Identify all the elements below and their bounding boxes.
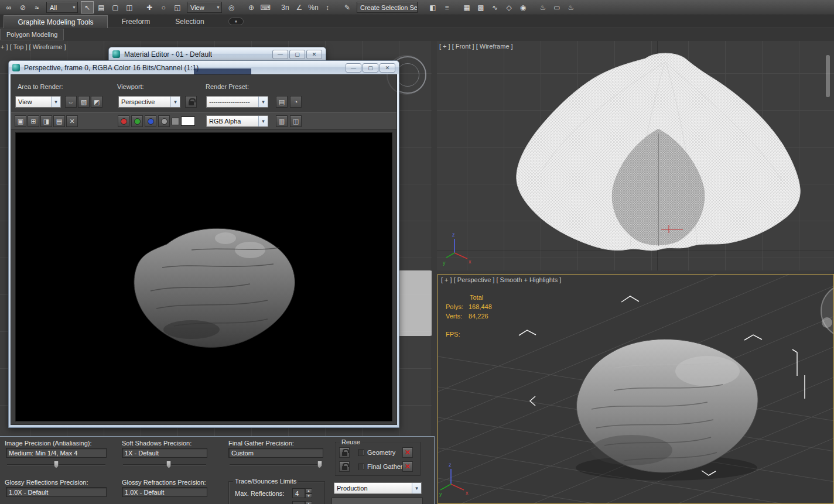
rendered-frame-window-icon[interactable]: ▭ [551,1,563,13]
spinner-down-icon[interactable]: ▼ [305,493,312,499]
print-image-icon[interactable]: ▤ [53,115,65,127]
glossy-reflections-field[interactable]: 1.0X - Default [6,487,107,497]
auto-region-selected-icon[interactable]: ◩ [91,96,102,108]
soft-shadows-slider[interactable] [122,460,207,469]
viewport-perspective[interactable]: z x y [ + ] [ Perspective ] [ Smooth + H… [437,274,834,504]
viewport-label-perspective[interactable]: [ + ] [ Perspective ] [ Smooth + Highlig… [441,276,561,283]
polygon-modeling-panel-tab[interactable]: Polygon Modeling [0,29,64,40]
viewport-splitter-vertical[interactable] [432,41,437,504]
material-editor-maximize-button[interactable]: ▢ [289,50,305,59]
geometry-checkbox[interactable] [358,450,364,456]
soft-shadows-field[interactable]: 1X - Default [122,448,207,458]
final-gather-slider[interactable] [228,460,323,469]
area-to-render-dropdown[interactable]: View [15,96,61,108]
display-channel-dropdown[interactable]: RGB Alpha [206,115,268,127]
lock-viewport-button[interactable] [185,96,197,108]
slider-thumb[interactable] [317,461,322,468]
render-preset-dropdown[interactable]: ------------------- [206,96,268,108]
render-button-partial[interactable] [331,498,423,504]
pan-region-icon[interactable]: ⇔ [65,96,77,108]
slider-thumb[interactable] [166,461,172,468]
material-editor-titlebar[interactable]: Material Editor - 01 - Default — ▢ ✕ [109,47,326,61]
render-production-icon[interactable]: ♨ [565,1,577,13]
rendered-image-area[interactable] [15,132,392,421]
max-reflections-spinner[interactable]: 4 ▲▼ [292,488,312,498]
viewport-label-top[interactable]: [ + ] [ Top ] [ Wireframe ] [0,43,66,50]
save-image-icon[interactable]: ▣ [15,115,26,127]
red-channel-button[interactable] [118,115,129,127]
image-precision-slider[interactable] [6,460,107,469]
spinner-snap-icon[interactable]: ↕ [321,1,334,13]
select-and-scale-icon[interactable]: ◱ [171,1,184,13]
clear-geometry-button[interactable]: ✕ [402,447,413,458]
render-setup-icon[interactable]: ♨ [536,1,549,13]
edit-region-icon[interactable]: ▧ [78,96,90,108]
viewport-front[interactable]: [ + ] [ Front ] [ Wireframe ] z x y [437,41,834,270]
mirror-icon[interactable]: ◧ [426,1,439,13]
rendered-frame-minimize-button[interactable]: — [346,63,361,73]
lock-final-gather-button[interactable] [339,461,350,472]
graphite-ribbon-toggle-icon[interactable]: ▩ [474,1,487,13]
copy-image-icon[interactable]: ⊞ [28,115,39,127]
material-editor-icon[interactable]: ◉ [517,1,529,13]
clone-rendered-frame-icon[interactable]: ◨ [40,115,52,127]
render-mode-dropdown[interactable]: Production [334,482,422,494]
green-channel-button[interactable] [131,115,143,127]
select-object-icon[interactable]: ↖ [81,1,94,13]
rendered-frame-titlebar[interactable]: Perspective, frame 0, RGBA Color 16 Bits… [9,61,399,74]
percent-snap-icon[interactable]: %n [307,1,320,13]
rendered-frame-close-button[interactable]: ✕ [380,63,395,73]
angle-snap-icon[interactable]: ∠ [293,1,306,13]
snap-toggle-3d-icon[interactable]: 3n [279,1,292,13]
alpha-channel-button[interactable] [172,118,179,125]
material-editor-minimize-button[interactable]: — [272,50,288,59]
align-icon[interactable]: ≡ [440,1,453,13]
max-reflections-value[interactable]: 4 [292,488,305,498]
channel-layout-icon[interactable]: ▥ [276,115,288,127]
viewport-dropdown[interactable]: Perspective [118,96,180,108]
ribbon-tab-freeform[interactable]: Freeform [116,15,156,28]
ribbon-minimize-button[interactable]: ● [228,18,244,25]
rendered-frame-maximize-button[interactable]: ▢ [363,63,378,73]
ribbon-tab-graphite[interactable]: Graphite Modeling Tools [4,15,108,28]
selection-filter-dropdown[interactable]: All▼ [46,2,78,13]
glossy-refractions-field[interactable]: 1.0X - Default [122,487,207,497]
material-editor-close-button[interactable]: ✕ [306,50,322,59]
max-refractions-spinner[interactable]: 6 ▲▼ [292,501,312,504]
select-and-manipulate-icon[interactable]: ⊕ [245,1,258,13]
split-channels-icon[interactable]: ◫ [290,115,302,127]
slider-thumb[interactable] [54,461,59,468]
ribbon-tab-selection[interactable]: Selection [166,15,213,28]
blue-channel-button[interactable] [145,115,156,127]
clear-rendered-frame-icon[interactable]: ✕ [66,115,78,127]
curve-editor-icon[interactable]: ∿ [488,1,501,13]
window-crossing-toggle-icon[interactable]: ◫ [123,1,136,13]
layer-manager-icon[interactable]: ▦ [460,1,473,13]
environment-effects-icon[interactable]: ◔ [290,96,302,108]
rock-model[interactable] [577,339,758,472]
keyboard-override-icon[interactable]: ⌨ [259,1,272,13]
clear-final-gather-button[interactable]: ✕ [402,461,413,472]
bind-to-space-warp-icon[interactable]: ≈ [30,1,43,13]
unlink-selection-icon[interactable]: ⊘ [16,1,29,13]
final-gather-field[interactable]: Custom [228,448,323,458]
lock-geometry-button[interactable] [339,447,350,458]
final-gather-checkbox[interactable] [358,464,364,470]
viewport-label-front[interactable]: [ + ] [ Front ] [ Wireframe ] [439,43,513,50]
monochrome-channel-button[interactable] [158,115,170,127]
edit-named-sets-icon[interactable]: ✎ [341,1,354,13]
reference-coordinate-dropdown[interactable]: View▼ [187,2,222,13]
max-refractions-value[interactable]: 6 [292,501,305,504]
render-setup-dialog-icon[interactable]: ▤ [276,96,288,108]
spinner-up-icon[interactable]: ▲ [305,501,312,504]
spinner-up-icon[interactable]: ▲ [305,488,312,493]
front-wireframe-mesh[interactable] [437,41,834,270]
schematic-view-icon[interactable]: ◇ [503,1,515,13]
background-color-swatch[interactable] [181,116,195,126]
select-and-link-icon[interactable]: ∞ [2,1,15,13]
rectangular-selection-region-icon[interactable]: ▢ [109,1,122,13]
select-by-name-icon[interactable]: ▤ [95,1,108,13]
select-and-rotate-icon[interactable]: ○ [157,1,170,13]
image-precision-field[interactable]: Medium: Min 1/4, Max 4 [6,448,107,458]
use-pivot-point-icon[interactable]: ◎ [225,1,238,13]
